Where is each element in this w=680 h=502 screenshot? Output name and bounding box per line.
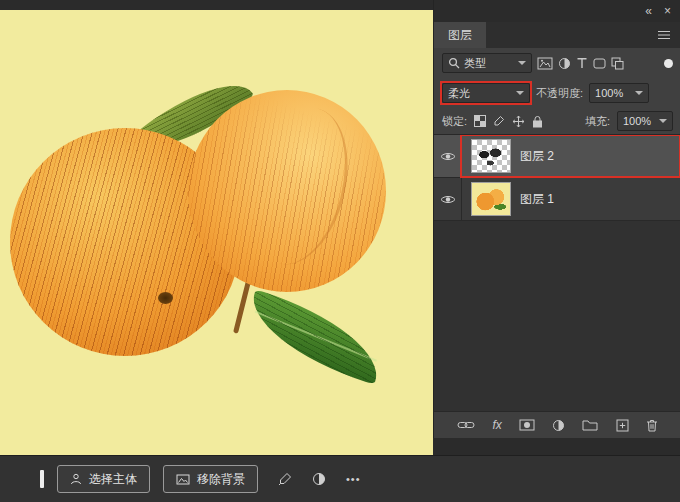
layer-name[interactable]: 图层 1	[520, 191, 554, 208]
layer-thumbnail[interactable]	[471, 139, 511, 173]
taskbar-drag-handle[interactable]	[40, 470, 44, 488]
adjustments-icon[interactable]	[312, 472, 326, 486]
filter-toggle-switch[interactable]	[664, 59, 673, 68]
lock-transparent-pixels-icon[interactable]	[474, 112, 486, 130]
lock-row: 锁定: 填充: 100%	[434, 108, 680, 134]
layer-filter-row: 类型	[434, 48, 680, 78]
layers-list: 图层 2 图层 1	[434, 134, 680, 411]
fill-value: 100%	[623, 115, 651, 127]
layers-panel: « × 图层 类型	[433, 0, 680, 438]
image-icon	[176, 474, 190, 485]
taskbar-tools: •••	[278, 472, 361, 486]
hamburger-menu-icon	[657, 30, 671, 40]
eye-icon	[440, 151, 456, 162]
chevron-down-icon	[659, 119, 667, 123]
remove-background-button[interactable]: 移除背景	[163, 465, 258, 493]
layer-row-layer-2[interactable]: 图层 2	[434, 135, 680, 178]
chevron-down-icon	[635, 91, 643, 95]
layer-thumbnail[interactable]	[471, 182, 511, 216]
filter-pixel-layers-icon[interactable]	[537, 54, 553, 72]
more-options-button[interactable]: •••	[346, 474, 361, 485]
visibility-toggle[interactable]	[434, 135, 462, 177]
layer-row-layer-1[interactable]: 图层 1	[434, 178, 680, 221]
panel-menu-button[interactable]	[647, 22, 680, 48]
lock-all-icon[interactable]	[532, 112, 543, 130]
search-icon	[448, 57, 460, 69]
select-subject-button[interactable]: 选择主体	[57, 465, 150, 493]
contextual-task-bar: 选择主体 移除背景 •••	[0, 455, 680, 502]
filter-smart-object-icon[interactable]	[611, 54, 624, 72]
add-layer-mask-icon[interactable]	[519, 416, 535, 434]
remove-background-label: 移除背景	[197, 471, 245, 488]
close-panel-icon[interactable]: ×	[664, 5, 671, 17]
opacity-value: 100%	[595, 87, 623, 99]
chevron-down-icon	[518, 61, 526, 65]
visibility-toggle[interactable]	[434, 178, 462, 220]
layer-style-fx-icon[interactable]: fx	[492, 419, 501, 431]
new-layer-icon[interactable]	[616, 416, 629, 434]
new-group-folder-icon[interactable]	[582, 416, 598, 434]
brush-icon[interactable]	[278, 472, 292, 486]
fill-dropdown[interactable]: 100%	[617, 111, 673, 131]
artwork-stem-spot	[158, 292, 173, 304]
filter-adjustment-layers-icon[interactable]	[558, 54, 571, 72]
filter-text-layers-icon[interactable]	[576, 54, 588, 72]
blend-mode-value: 柔光	[448, 86, 470, 101]
layers-panel-footer: fx	[434, 411, 680, 438]
tab-layers[interactable]: 图层	[434, 22, 486, 48]
fill-label: 填充:	[585, 114, 610, 129]
blend-mode-dropdown[interactable]: 柔光	[442, 83, 530, 103]
filter-type-value: 类型	[464, 56, 486, 71]
collapse-panel-icon[interactable]: «	[645, 5, 652, 17]
opacity-label: 不透明度:	[536, 86, 583, 101]
chevron-down-icon	[516, 91, 524, 95]
eye-icon	[440, 194, 456, 205]
photoshop-window: « × 图层 类型	[0, 0, 680, 502]
adjustment-layer-icon[interactable]	[552, 416, 565, 434]
blend-mode-row: 柔光 不透明度: 100%	[434, 78, 680, 108]
filter-type-dropdown[interactable]: 类型	[442, 53, 532, 73]
tab-layers-label: 图层	[448, 27, 472, 44]
delete-layer-trash-icon[interactable]	[646, 416, 658, 434]
layer-name[interactable]: 图层 2	[520, 148, 554, 165]
artwork-stem	[233, 276, 252, 333]
artwork-leaf-bottom	[239, 289, 391, 384]
lock-image-pixels-icon[interactable]	[493, 112, 505, 130]
panel-group-header: « ×	[434, 0, 680, 22]
panel-tab-bar: 图层	[434, 22, 680, 48]
opacity-dropdown[interactable]: 100%	[589, 83, 649, 103]
filter-shape-layers-icon[interactable]	[593, 54, 606, 72]
select-subject-label: 选择主体	[89, 471, 137, 488]
document-canvas[interactable]	[0, 10, 433, 456]
person-icon	[70, 473, 82, 485]
lock-position-icon[interactable]	[512, 112, 525, 130]
lock-label: 锁定:	[442, 114, 467, 129]
link-layers-icon[interactable]	[457, 416, 475, 434]
